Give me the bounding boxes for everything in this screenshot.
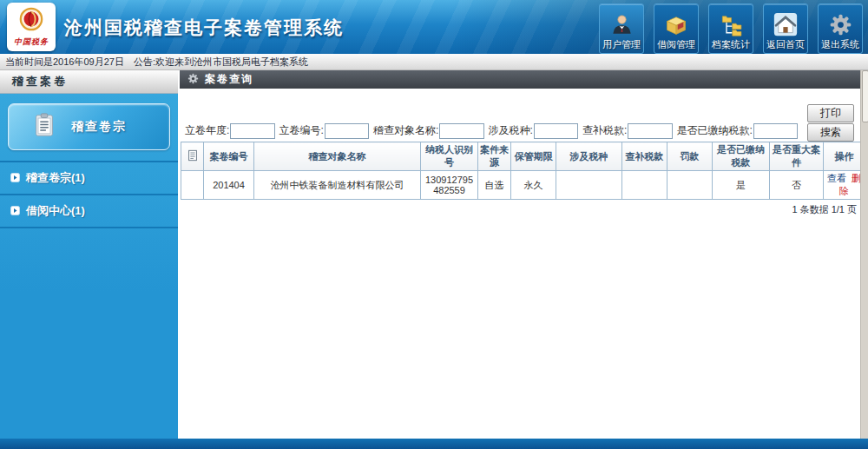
- tax-bureau-logo: 中国税务: [7, 3, 56, 51]
- archive-box-icon: [663, 10, 689, 38]
- col-header-retention-period: 保管期限: [511, 142, 556, 171]
- print-button[interactable]: 打印: [807, 104, 854, 122]
- search-button[interactable]: 搜索: [807, 123, 854, 142]
- tax-types-cell: [556, 171, 622, 200]
- col-header-tax-types: 涉及税种: [556, 142, 622, 171]
- filing-number-label: 立卷编号:: [279, 123, 324, 138]
- target-name-cell: 沧州中铁装备制造材料有限公司: [254, 171, 421, 200]
- fine-cell: [667, 171, 713, 200]
- sidebar: 稽查案卷 稽查卷宗 稽查卷宗(1): [0, 70, 178, 439]
- case-number-cell: 201404: [204, 171, 254, 200]
- sidebar-item-label: 稽查卷宗(1): [26, 170, 85, 186]
- sidebar-active-module-label: 稽查卷宗: [71, 119, 127, 135]
- vertical-scrollbar[interactable]: [860, 70, 868, 439]
- bullet-arrow-icon: [10, 205, 20, 218]
- major-case-cell: 否: [770, 171, 824, 200]
- clipboard-icon: [31, 112, 57, 142]
- nav-exit-system-button[interactable]: 退出系统: [818, 3, 863, 54]
- col-header-fine: 罚款: [667, 142, 713, 171]
- retention-period-cell: 永久: [511, 171, 556, 200]
- col-header-major-case: 是否重大案件: [770, 142, 824, 171]
- lantern-emblem-icon: [18, 6, 44, 36]
- row-icon-cell: [181, 171, 204, 200]
- logo-caption: 中国税务: [14, 36, 49, 48]
- gear-icon: [829, 10, 852, 38]
- table-header-row: 案卷编号 稽查对象名称 纳税人识别号 案件来源 保管期限 涉及税种 查补税款 罚…: [181, 142, 865, 171]
- sidebar-section-title: 稽查案卷: [0, 70, 178, 94]
- sidebar-item-inspection-files[interactable]: 稽查卷宗(1): [0, 161, 178, 194]
- bullet-arrow-icon: [10, 172, 20, 185]
- home-icon: [773, 10, 798, 38]
- target-name-input[interactable]: [439, 123, 483, 139]
- nav-button-label: 借阅管理: [657, 38, 695, 51]
- view-link[interactable]: 查看: [827, 173, 846, 183]
- nav-borrow-management-button[interactable]: 借阅管理: [654, 3, 699, 54]
- status-bar: 当前时间是2016年09月27日 公告:欢迎来到沧州市国税局电子档案系统: [0, 54, 868, 70]
- tax-recovered-input[interactable]: [628, 123, 672, 139]
- filing-number-input[interactable]: [325, 123, 369, 139]
- col-header-case-number: 案卷编号: [204, 142, 254, 171]
- tax-recovered-label: 查补税款:: [582, 123, 627, 138]
- col-header-taxpayer-id: 纳税人识别号: [421, 142, 478, 171]
- main-panel: 案卷查询 打印 搜索 立卷年度: 立卷编号: 稽查对象名称: 涉及税种: 查补税…: [178, 70, 868, 439]
- tax-paid-label: 是否已缴纳税款:: [677, 123, 753, 138]
- results-table-wrap: 案卷编号 稽查对象名称 纳税人识别号 案件来源 保管期限 涉及税种 查补税款 罚…: [181, 142, 858, 216]
- col-header-tax-recovered: 查补税款: [622, 142, 667, 171]
- taxpayer-id-cell: 130912795482559: [421, 171, 478, 200]
- tax-paid-input[interactable]: [753, 123, 798, 139]
- tax-types-label: 涉及税种:: [489, 123, 533, 138]
- folder-tree-icon: [720, 10, 743, 38]
- nav-button-label: 退出系统: [821, 38, 859, 51]
- tax-types-input[interactable]: [534, 123, 578, 139]
- app-window: 中国税务 沧州国税稽查电子案卷管理系统 用户管理: [0, 0, 868, 449]
- gear-small-icon: [187, 73, 199, 87]
- nav-archive-statistics-button[interactable]: 档案统计: [708, 3, 753, 54]
- document-icon: [181, 142, 204, 171]
- sidebar-item-label: 借阅中心(1): [26, 203, 85, 219]
- nav-button-label: 返回首页: [766, 38, 805, 51]
- nav-button-label: 档案统计: [712, 38, 750, 51]
- target-name-label: 稽查对象名称:: [373, 123, 438, 138]
- sidebar-item-borrow-center[interactable]: 借阅中心(1): [0, 194, 178, 228]
- body: 稽查案卷 稽查卷宗 稽查卷宗(1): [0, 70, 868, 439]
- user-icon: [610, 10, 634, 38]
- filing-year-label: 立卷年度:: [185, 123, 229, 138]
- nav-user-management-button[interactable]: 用户管理: [599, 3, 644, 54]
- results-table: 案卷编号 稽查对象名称 纳税人识别号 案件来源 保管期限 涉及税种 查补税款 罚…: [181, 142, 865, 200]
- col-header-target-name: 稽查对象名称: [254, 142, 421, 171]
- bottom-bar: [0, 439, 868, 449]
- table-row: 201404 沧州中铁装备制造材料有限公司 130912795482559 自选…: [181, 171, 865, 200]
- col-header-case-source: 案件来源: [478, 142, 511, 171]
- panel-titlebar: 案卷查询: [180, 70, 868, 89]
- search-form: 立卷年度: 立卷编号: 稽查对象名称: 涉及税种: 查补税款: 是否已缴纳税款:: [185, 122, 802, 140]
- sidebar-active-module-button[interactable]: 稽查卷宗: [8, 103, 170, 150]
- app-header: 中国税务 沧州国税稽查电子案卷管理系统 用户管理: [0, 0, 868, 54]
- app-title: 沧州国税稽查电子案卷管理系统: [64, 16, 344, 40]
- case-source-cell: 自选: [478, 171, 511, 200]
- filing-year-input[interactable]: [230, 123, 274, 139]
- col-header-actions: 操作: [824, 142, 865, 171]
- tax-recovered-cell: [622, 171, 667, 200]
- pagination-info: 1 条数据 1/1 页: [181, 200, 858, 216]
- nav-button-label: 用户管理: [602, 38, 641, 51]
- top-nav: 用户管理 借阅管理: [599, 3, 863, 54]
- actions-cell: 查看删除: [824, 171, 865, 200]
- tax-paid-cell: 是: [713, 171, 770, 200]
- scrollbar-thumb[interactable]: [862, 70, 868, 122]
- panel-title: 案卷查询: [205, 72, 253, 87]
- nav-home-button[interactable]: 返回首页: [763, 3, 808, 54]
- col-header-tax-paid: 是否已缴纳税款: [713, 142, 770, 171]
